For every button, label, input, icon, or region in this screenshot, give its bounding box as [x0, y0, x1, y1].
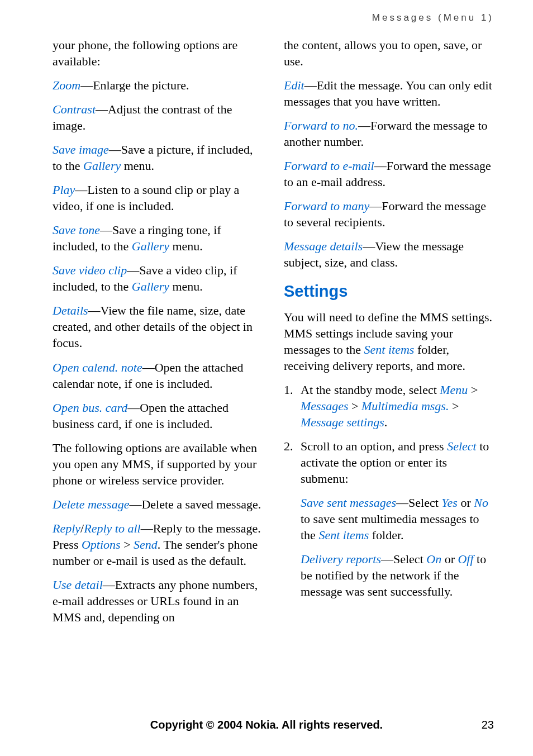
item-open-calend: Open calend. note—Open the attached cale… [53, 359, 263, 392]
term-menu: Menu [440, 383, 468, 397]
copyright-footer: Copyright © 2004 Nokia. All rights reser… [0, 719, 533, 731]
term-open-bus-card: Open bus. card [53, 401, 127, 415]
term-multimedia-msgs: Multimedia msgs. [361, 399, 449, 413]
item-save-image: Save image—Save a picture, if included, … [53, 141, 263, 174]
item-delivery-reports: Delivery reports—Select On or Off to be … [284, 551, 494, 600]
settings-heading: Settings [284, 280, 494, 302]
term-gallery: Gallery [132, 279, 169, 293]
term-open-calend-note: Open calend. note [53, 360, 142, 374]
item-save-video: Save video clip—Save a video clip, if in… [53, 262, 263, 294]
term-save-video-clip: Save video clip [53, 263, 127, 277]
term-forward-to-many: Forward to many [284, 199, 369, 213]
term-on: On [426, 552, 441, 566]
item-save-tone: Save tone—Save a ringing tone, if includ… [53, 222, 263, 254]
term-delete-message: Delete message [53, 497, 129, 511]
item-message-details: Message details—View the message subject… [284, 238, 494, 270]
term-select: Select [447, 439, 477, 453]
term-save-sent-messages: Save sent messages [301, 496, 396, 510]
item-delete-message: Delete message—Delete a saved message. [53, 496, 263, 512]
item-forward-to-many: Forward to many—Forward the message to s… [284, 198, 494, 230]
page-header: Messages (Menu 1) [53, 12, 494, 23]
item-contrast: Contrast—Adjust the contrast of the imag… [53, 101, 263, 134]
term-forward-to-email: Forward to e-mail [284, 159, 374, 173]
term-options: Options [82, 538, 121, 551]
term-yes: Yes [441, 496, 458, 510]
term-message-settings: Message settings [301, 415, 384, 429]
intro-text: your phone, the following options are av… [53, 37, 263, 69]
item-forward-to-email: Forward to e-mail—Forward the message to… [284, 158, 494, 190]
term-save-image: Save image [53, 142, 109, 156]
term-no: No [474, 496, 488, 510]
settings-intro: You will need to define the MMS settings… [284, 309, 494, 374]
term-save-tone: Save tone [53, 223, 100, 237]
step-2: 2.Scroll to an option, and press Select … [284, 438, 494, 487]
item-zoom: Zoom—Enlarge the picture. [53, 77, 263, 93]
term-details: Details [53, 303, 88, 317]
item-reply: Reply/Reply to all—Reply to the message.… [53, 520, 263, 569]
item-forward-to-no: Forward to no.—Forward the message to an… [284, 117, 494, 150]
page-number: 23 [482, 719, 494, 731]
term-off: Off [458, 552, 473, 566]
item-edit: Edit—Edit the message. You can only edit… [284, 77, 494, 110]
term-contrast: Contrast [53, 102, 96, 116]
term-message-details: Message details [284, 239, 363, 253]
term-reply: Reply [53, 521, 80, 535]
term-gallery: Gallery [83, 159, 121, 173]
term-forward-to-no: Forward to no. [284, 118, 358, 132]
term-send: Send [134, 538, 158, 551]
term-zoom: Zoom [53, 78, 80, 92]
term-sent-items: Sent items [318, 528, 369, 542]
item-details: Details—View the file name, size, date c… [53, 302, 263, 351]
cont-text: the content, allows you to open, save, o… [284, 37, 494, 69]
term-delivery-reports: Delivery reports [301, 552, 381, 566]
left-column: your phone, the following options are av… [53, 37, 263, 633]
item-use-detail: Use detail—Extracts any phone numbers, e… [53, 577, 263, 625]
following-options: The following options are available when… [53, 440, 263, 488]
right-column: the content, allows you to open, save, o… [284, 37, 494, 633]
term-sent-items: Sent items [364, 343, 415, 356]
item-open-bus-card: Open bus. card—Open the attached busines… [53, 400, 263, 432]
term-gallery: Gallery [132, 239, 169, 253]
term-play: Play [53, 183, 75, 197]
step-1: 1.At the standby mode, select Menu > Mes… [284, 382, 494, 430]
item-save-sent-messages: Save sent messages—Select Yes or No to s… [284, 495, 494, 543]
term-edit: Edit [284, 78, 304, 92]
term-messages: Messages [301, 399, 349, 413]
term-use-detail: Use detail [53, 578, 103, 592]
item-play: Play—Listen to a sound clip or play a vi… [53, 182, 263, 214]
term-reply-to-all: Reply to all [84, 521, 140, 535]
